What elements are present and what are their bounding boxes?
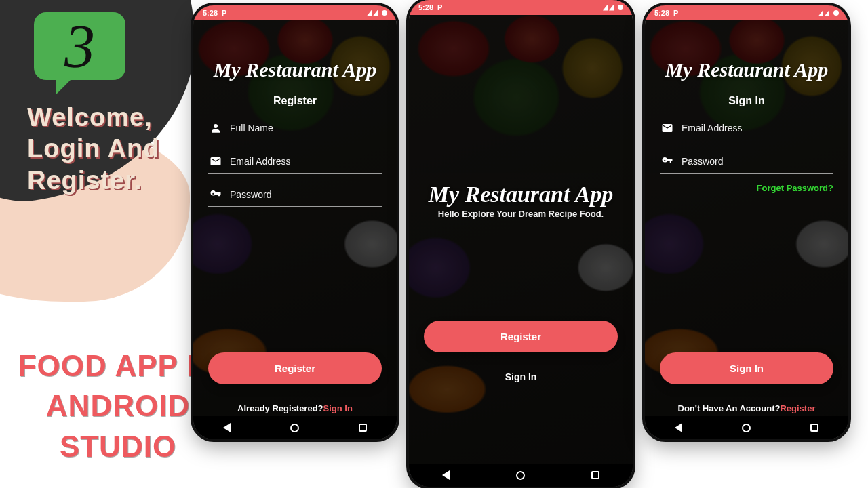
nav-recent-icon[interactable] xyxy=(359,424,367,432)
phone-welcome-screen: 5:28 P My Restaurant App Hello Explore Y… xyxy=(409,0,633,487)
android-status-bar: 5:28 P xyxy=(193,5,397,20)
app-title: My Restaurant App xyxy=(208,58,382,81)
nav-recent-icon[interactable] xyxy=(591,471,599,479)
fullname-field[interactable] xyxy=(208,117,382,140)
forgot-password-link[interactable]: Forget Password? xyxy=(660,183,833,193)
password-input[interactable] xyxy=(682,156,832,167)
fullname-input[interactable] xyxy=(230,123,380,134)
phone-mockups-row: 5:28 P My Restaurant App Register xyxy=(173,0,868,488)
register-heading: Register xyxy=(208,95,382,107)
password-field[interactable] xyxy=(660,150,833,174)
nav-home-icon[interactable] xyxy=(516,471,525,480)
episode-number: 3 xyxy=(64,12,95,81)
signin-heading: Sign In xyxy=(660,95,833,107)
welcome-register-button[interactable]: Register xyxy=(424,321,618,352)
android-nav-bar xyxy=(645,416,848,439)
status-app-icon: P xyxy=(222,9,226,17)
email-icon xyxy=(661,122,673,134)
email-icon xyxy=(210,155,222,167)
banner-welcome-text: Welcome, Login And Register. xyxy=(27,102,159,196)
nav-back-icon[interactable] xyxy=(223,423,231,432)
android-nav-bar xyxy=(409,464,633,487)
status-app-icon: P xyxy=(437,3,442,12)
app-title: My Restaurant App xyxy=(660,58,833,81)
register-redirect-line: Don't Have An Account?Register xyxy=(660,403,833,413)
email-field[interactable] xyxy=(208,150,382,174)
nav-home-icon[interactable] xyxy=(742,424,751,432)
email-input[interactable] xyxy=(682,123,832,134)
status-time: 5:28 xyxy=(654,9,669,17)
email-field[interactable] xyxy=(660,117,833,140)
login-redirect-line: Already Registered?Sign In xyxy=(208,403,382,413)
person-icon xyxy=(210,122,222,134)
nav-back-icon[interactable] xyxy=(442,470,450,480)
android-status-bar: 5:28 P xyxy=(409,0,633,15)
status-time: 5:28 xyxy=(203,9,218,17)
footer-plain-text: Don't Have An Account? xyxy=(678,403,781,413)
android-status-bar: 5:28 P xyxy=(645,5,848,20)
key-icon xyxy=(210,188,222,201)
footer-plain-text: Already Registered? xyxy=(237,403,323,413)
app-title: My Restaurant App xyxy=(424,182,618,207)
phone-register-screen: 5:28 P My Restaurant App Register xyxy=(193,5,397,439)
android-nav-bar xyxy=(193,416,397,439)
battery-icon xyxy=(618,5,623,10)
battery-icon xyxy=(382,10,387,16)
phone-login-screen: 5:28 P My Restaurant App Sign In xyxy=(645,5,848,439)
status-time: 5:28 xyxy=(418,3,433,12)
signal-icon xyxy=(603,5,614,11)
welcome-subtitle: Hello Explore Your Dream Recipe Food. xyxy=(424,209,618,219)
register-button[interactable]: Register xyxy=(208,352,382,384)
register-link[interactable]: Register xyxy=(780,403,815,413)
key-icon xyxy=(661,155,673,167)
signal-icon xyxy=(818,10,829,16)
nav-recent-icon[interactable] xyxy=(810,424,818,432)
status-app-icon: P xyxy=(673,9,678,17)
episode-badge: 3 xyxy=(34,12,125,80)
battery-icon xyxy=(833,10,839,16)
password-input[interactable] xyxy=(230,189,380,200)
signin-link[interactable]: Sign In xyxy=(323,403,353,413)
email-input[interactable] xyxy=(230,156,380,167)
signin-button[interactable]: Sign In xyxy=(660,352,833,384)
nav-back-icon[interactable] xyxy=(675,423,682,432)
nav-home-icon[interactable] xyxy=(290,424,299,432)
signal-icon xyxy=(367,10,378,16)
password-field[interactable] xyxy=(208,183,382,207)
welcome-signin-link[interactable]: Sign In xyxy=(424,371,618,382)
